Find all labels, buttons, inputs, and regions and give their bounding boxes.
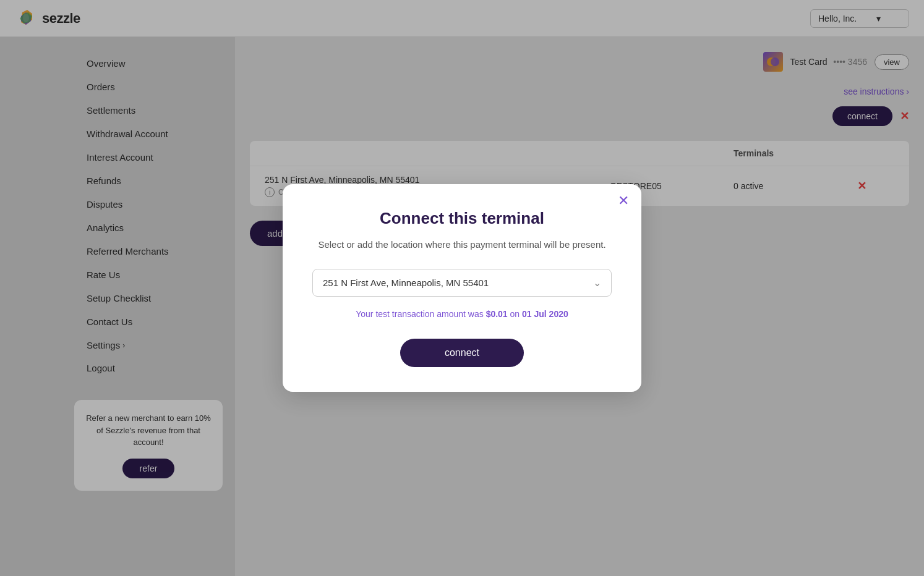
modal-overlay: ✕ Connect this terminal Select or add th… [0, 0, 924, 576]
modal-title: Connect this terminal [312, 209, 612, 228]
modal-notice-date: 01 Jul 2020 [522, 309, 568, 319]
modal-subtitle: Select or add the location where this pa… [312, 238, 612, 252]
connect-terminal-modal: ✕ Connect this terminal Select or add th… [283, 184, 641, 392]
location-select-arrow-icon: ⌄ [593, 277, 601, 289]
modal-notice-prefix: Your test transaction amount was [356, 309, 486, 319]
location-select[interactable]: 251 N First Ave, Minneapolis, MN 55401 ⌄ [312, 269, 612, 297]
modal-connect-button[interactable]: connect [400, 339, 524, 367]
modal-notice-amount: $0.01 [486, 309, 508, 319]
modal-notice: Your test transaction amount was $0.01 o… [312, 309, 612, 319]
modal-notice-on: on [508, 309, 522, 319]
location-select-value: 251 N First Ave, Minneapolis, MN 55401 [323, 277, 593, 288]
modal-close-button[interactable]: ✕ [618, 194, 629, 208]
